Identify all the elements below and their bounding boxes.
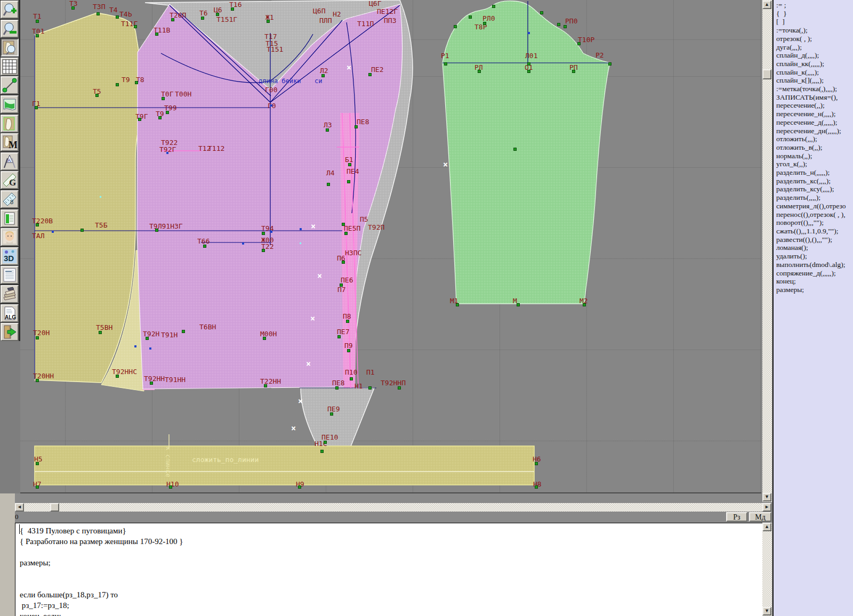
- auxiliary-point: [270, 104, 272, 107]
- construction-point: [484, 22, 486, 25]
- pattern-label: ПП3: [384, 17, 396, 24]
- pattern-label: Ц6П: [313, 7, 325, 14]
- segment-button[interactable]: [1, 76, 19, 94]
- construction-point: [159, 117, 161, 119]
- editor-vscroll-up-arrow-icon[interactable]: ▲: [762, 523, 771, 531]
- command-list-item[interactable]: отрезок( , );: [776, 35, 853, 43]
- command-list-item[interactable]: сопряжение_д(,,,,,);: [776, 269, 853, 278]
- construction-point: [72, 7, 74, 9]
- svg-text:A: A: [7, 158, 11, 163]
- command-list-item[interactable]: :=точка(,);: [776, 26, 853, 35]
- ruler-icon: 8: [2, 192, 17, 207]
- construction-point: [336, 387, 338, 389]
- editor-vscroll-down-arrow-icon[interactable]: ▼: [762, 607, 771, 615]
- left-gutter: [0, 341, 21, 493]
- command-list-item[interactable]: пересечение_д(,,,,,);: [776, 118, 853, 127]
- pattern-label: Т92НН: [144, 375, 165, 382]
- construction-point: [99, 331, 101, 334]
- highlight-point: [100, 196, 101, 198]
- command-list-item[interactable]: перенос((),отрезок( , ),: [776, 210, 853, 219]
- command-list-item[interactable]: разделить(,,,,);: [776, 193, 853, 202]
- command-list-item[interactable]: выполнить(dmod\.alg);: [776, 261, 853, 269]
- canvas-vscroll-down-arrow-icon[interactable]: ▼: [762, 493, 771, 501]
- grading-button[interactable]: G: [1, 171, 19, 189]
- command-list-item[interactable]: сплайн_к(,,,,);: [776, 68, 853, 77]
- algorithm-text-editor[interactable]: { 4319 Пуловер с пуговицами} { Разработа…: [15, 523, 762, 616]
- drafting-button[interactable]: A: [1, 152, 19, 171]
- canvas-hscroll-thumb[interactable]: [50, 503, 59, 512]
- status-zero: 0: [15, 513, 19, 521]
- canvas-hscroll-right-arrow-icon[interactable]: ►: [762, 503, 771, 512]
- threed-button[interactable]: 3D: [1, 247, 19, 265]
- editor-vscroll-track[interactable]: [762, 523, 772, 616]
- command-list-item[interactable]: { }: [776, 10, 853, 18]
- command-list-item[interactable]: разделить_ксу(,,,,);: [776, 185, 853, 193]
- algorithm-button[interactable]: ALG: [1, 304, 19, 322]
- rz-button[interactable]: Рз: [726, 512, 747, 522]
- drawing-canvas[interactable]: Т1Т01Т3Т3ПТ4Т4ЬТ11ГТ11ВТ26ПТ6Ц6Т16Т151ГЖ…: [20, 0, 761, 493]
- command-list-item[interactable]: :=метка(точка(,),,,,);: [776, 85, 853, 93]
- table-button[interactable]: [1, 209, 19, 228]
- pattern-label: Т5Б: [95, 222, 107, 229]
- measure-button[interactable]: 8: [1, 190, 19, 208]
- pattern-label: Н5: [34, 456, 43, 463]
- command-list-item[interactable]: пересечение(,,);: [776, 101, 853, 110]
- construction-point: [322, 75, 324, 77]
- command-list-item[interactable]: [ ]: [776, 18, 853, 26]
- command-list-item[interactable]: отложить(,,,);: [776, 135, 853, 143]
- command-list-item[interactable]: угол_к(,,);: [776, 160, 853, 168]
- cross-marker-icon: ×: [310, 316, 315, 321]
- command-list-item[interactable]: пересечение_н(,,,,);: [776, 110, 853, 118]
- command-list-item[interactable]: отложить_в(,,);: [776, 143, 853, 152]
- pattern-label: Т9: [122, 76, 130, 83]
- command-list-item[interactable]: := ;: [776, 1, 853, 10]
- pattern-label: Н10: [166, 481, 179, 488]
- canvas-hscroll-track[interactable]: [15, 503, 771, 512]
- command-list-item[interactable]: разделить_н(,,,,,);: [776, 168, 853, 177]
- list-button[interactable]: [1, 266, 19, 284]
- construction-point: [36, 486, 38, 488]
- command-list-item[interactable]: конец;: [776, 277, 853, 286]
- model-button[interactable]: M: [1, 133, 19, 151]
- exit-door-icon: [2, 325, 17, 339]
- command-list-item[interactable]: пересечение_дн(,,,,,);: [776, 127, 853, 135]
- piece-band[interactable]: [35, 446, 534, 485]
- canvas-hscroll-left-arrow-icon[interactable]: ◄: [15, 503, 24, 512]
- command-list-item[interactable]: сплайн_д(,,,,);: [776, 51, 853, 60]
- md-button[interactable]: Мд: [749, 512, 771, 522]
- command-list-item[interactable]: размеры;: [776, 286, 853, 294]
- command-list-item[interactable]: сплайн_к[](,,,,);: [776, 76, 853, 85]
- grid-button[interactable]: [1, 58, 19, 76]
- command-list-item[interactable]: нормаль(,,);: [776, 152, 853, 160]
- canvas-vscroll-thumb[interactable]: [762, 69, 771, 79]
- zoom-in-button[interactable]: [1, 1, 19, 19]
- piece-green-sleeve[interactable]: [442, 1, 610, 304]
- mannequin-button[interactable]: [1, 228, 19, 246]
- command-list-item[interactable]: ломаная();: [776, 244, 853, 252]
- construction-point: [350, 378, 352, 380]
- view-piece-button[interactable]: [1, 38, 19, 56]
- command-list-item[interactable]: развести((),(),,,"");: [776, 236, 853, 244]
- canvas-vscroll-up-arrow-icon[interactable]: ▲: [762, 1, 771, 9]
- command-list-item[interactable]: ЗАПИСАТЬ(имя=(),: [776, 93, 853, 102]
- construction-point: [116, 375, 118, 377]
- library-button[interactable]: [1, 285, 19, 303]
- pattern-label: НЗПС: [345, 249, 361, 256]
- command-list-item[interactable]: сплайн_кк(,,,,,);: [776, 60, 853, 68]
- command-list-item[interactable]: дуга(,,,);: [776, 43, 853, 52]
- command-list-item[interactable]: удалить();: [776, 252, 853, 261]
- construction-point: [514, 148, 516, 150]
- construction-point: [146, 337, 148, 339]
- zoom-out-button[interactable]: [1, 20, 19, 38]
- image-button[interactable]: [1, 95, 19, 114]
- command-list-item[interactable]: сжать((),,,1.1,0.9,"");: [776, 227, 853, 236]
- command-list-item[interactable]: разделить_кс(,,,,);: [776, 177, 853, 185]
- command-list-item[interactable]: симметрия_л((),отрезо: [776, 202, 853, 210]
- construction-point: [535, 486, 537, 488]
- editor-text[interactable]: { 4319 Пуловер с пуговицами} { Разработа…: [20, 525, 762, 616]
- piece-frame-button[interactable]: [1, 115, 19, 133]
- construction-point: [342, 261, 344, 263]
- command-list-item[interactable]: поворот((),,,"");: [776, 218, 853, 227]
- exit-button[interactable]: [1, 323, 19, 341]
- segment-icon: [2, 78, 17, 93]
